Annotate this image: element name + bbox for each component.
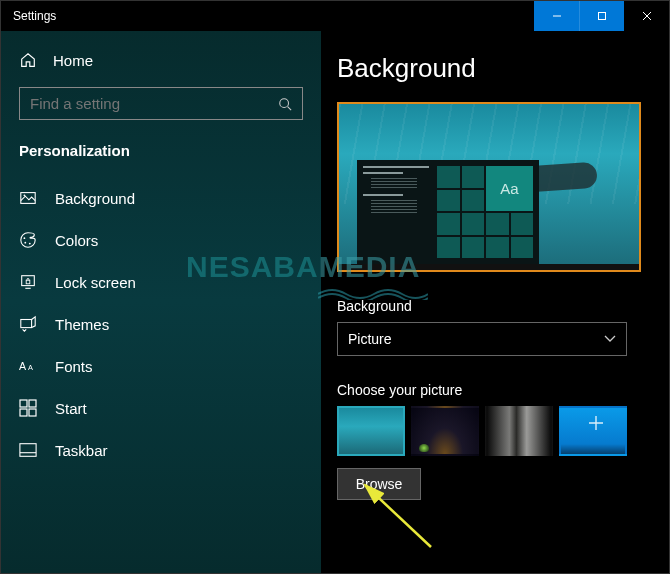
settings-window: Settings Home bbox=[0, 0, 670, 574]
home-icon bbox=[19, 51, 37, 69]
nav-themes[interactable]: Themes bbox=[19, 303, 303, 345]
lock-screen-icon bbox=[19, 273, 37, 291]
svg-rect-19 bbox=[20, 409, 27, 416]
svg-rect-12 bbox=[26, 280, 30, 284]
sidebar: Home Personalization Background Colo bbox=[1, 31, 321, 573]
nav-label: Start bbox=[55, 400, 87, 417]
svg-point-7 bbox=[24, 194, 26, 196]
preview-sample-tile: Aa bbox=[486, 166, 533, 211]
browse-button[interactable]: Browse bbox=[337, 468, 421, 500]
close-button[interactable] bbox=[624, 1, 669, 31]
preview-start-menu: Aa bbox=[357, 160, 539, 264]
svg-rect-21 bbox=[20, 444, 36, 457]
dropdown-value: Picture bbox=[348, 331, 392, 347]
window-title: Settings bbox=[13, 9, 56, 23]
taskbar-icon bbox=[19, 441, 37, 459]
picture-thumbnails bbox=[337, 406, 669, 456]
nav-label: Taskbar bbox=[55, 442, 108, 459]
svg-rect-14 bbox=[21, 320, 32, 328]
search-icon bbox=[278, 97, 292, 111]
svg-point-8 bbox=[24, 237, 26, 239]
home-label: Home bbox=[53, 52, 93, 69]
content-pane: Background Aa bbox=[321, 31, 669, 573]
nav-label: Colors bbox=[55, 232, 98, 249]
nav-taskbar[interactable]: Taskbar bbox=[19, 429, 303, 471]
nav-background[interactable]: Background bbox=[19, 177, 303, 219]
palette-icon bbox=[19, 231, 37, 249]
svg-text:A: A bbox=[28, 363, 33, 372]
chevron-down-icon bbox=[604, 335, 616, 343]
start-icon bbox=[19, 399, 37, 417]
body: Home Personalization Background Colo bbox=[1, 31, 669, 573]
svg-point-9 bbox=[24, 242, 26, 244]
nav-label: Fonts bbox=[55, 358, 93, 375]
nav-label: Themes bbox=[55, 316, 109, 333]
maximize-button[interactable] bbox=[579, 1, 624, 31]
search-box[interactable] bbox=[19, 87, 303, 120]
nav-colors[interactable]: Colors bbox=[19, 219, 303, 261]
titlebar: Settings bbox=[1, 1, 669, 31]
svg-rect-1 bbox=[599, 13, 606, 20]
nav-label: Background bbox=[55, 190, 135, 207]
svg-point-10 bbox=[29, 243, 31, 245]
home-link[interactable]: Home bbox=[19, 51, 303, 69]
choose-picture-label: Choose your picture bbox=[337, 382, 669, 398]
svg-line-5 bbox=[288, 106, 292, 110]
search-input[interactable] bbox=[30, 95, 278, 112]
nav-lockscreen[interactable]: Lock screen bbox=[19, 261, 303, 303]
svg-rect-18 bbox=[29, 400, 36, 407]
window-controls bbox=[534, 1, 669, 31]
svg-rect-17 bbox=[20, 400, 27, 407]
thumbnail-4[interactable] bbox=[559, 406, 627, 456]
themes-icon bbox=[19, 315, 37, 333]
background-dropdown[interactable]: Picture bbox=[337, 322, 627, 356]
nav-start[interactable]: Start bbox=[19, 387, 303, 429]
fonts-icon: AA bbox=[19, 357, 37, 375]
svg-rect-20 bbox=[29, 409, 36, 416]
background-label: Background bbox=[337, 298, 669, 314]
minimize-button[interactable] bbox=[534, 1, 579, 31]
picture-icon bbox=[19, 189, 37, 207]
section-heading: Personalization bbox=[19, 142, 303, 159]
nav-label: Lock screen bbox=[55, 274, 136, 291]
svg-point-4 bbox=[280, 98, 289, 107]
svg-text:A: A bbox=[19, 360, 27, 372]
thumbnail-1[interactable] bbox=[337, 406, 405, 456]
nav-fonts[interactable]: AA Fonts bbox=[19, 345, 303, 387]
thumbnail-2[interactable] bbox=[411, 406, 479, 456]
thumbnail-3[interactable] bbox=[485, 406, 553, 456]
desktop-preview: Aa bbox=[337, 102, 641, 272]
page-heading: Background bbox=[337, 53, 669, 84]
